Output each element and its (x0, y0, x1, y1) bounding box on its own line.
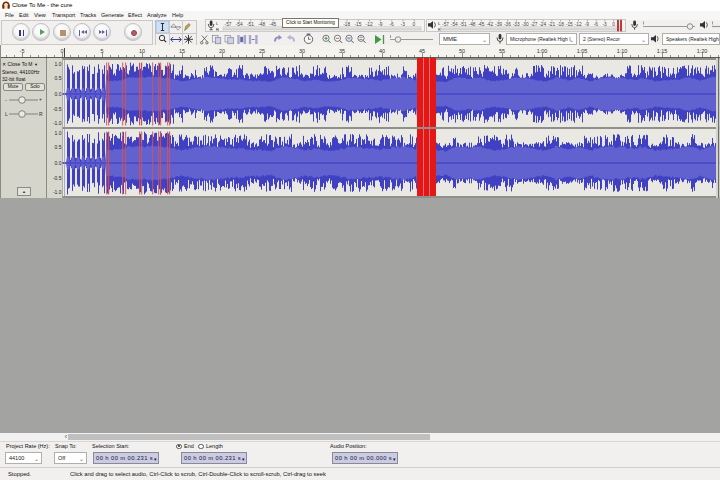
svg-text:-15: -15 (354, 22, 361, 27)
svg-text:R: R (216, 27, 219, 32)
svg-text:-51: -51 (247, 22, 254, 27)
svg-text:10: 10 (139, 48, 145, 54)
svg-text:0: 0 (413, 22, 416, 27)
svg-text:0.5: 0.5 (55, 144, 62, 150)
svg-text:-51: -51 (460, 22, 467, 27)
svg-text:-1.0: -1.0 (53, 120, 62, 126)
svg-text:45: 45 (419, 48, 425, 54)
svg-text:-42: -42 (486, 22, 493, 27)
svg-text:-12: -12 (575, 22, 582, 27)
svg-text:-54: -54 (451, 22, 458, 27)
svg-text:-33: -33 (513, 22, 520, 27)
svg-text:-24: -24 (539, 22, 546, 27)
svg-text:-45: -45 (269, 22, 276, 27)
svg-text:-48: -48 (258, 22, 265, 27)
svg-text:30: 30 (299, 48, 305, 54)
svg-text:-9: -9 (378, 22, 383, 27)
svg-text:-39: -39 (495, 22, 502, 27)
svg-text:0.5: 0.5 (55, 75, 62, 81)
svg-text:-5: -5 (20, 48, 25, 54)
svg-text:1:05: 1:05 (577, 48, 588, 54)
svg-text:0.0: 0.0 (55, 91, 62, 97)
svg-text:-45: -45 (477, 22, 484, 27)
svg-text:+: + (39, 96, 42, 102)
svg-text:1:20: 1:20 (697, 48, 708, 54)
svg-text:-6: -6 (594, 22, 599, 27)
svg-text:L: L (5, 111, 8, 117)
svg-text:-0.5: -0.5 (53, 106, 62, 112)
svg-text:0.0: 0.0 (55, 160, 62, 166)
svg-text:-3: -3 (602, 22, 607, 27)
svg-text:-15: -15 (566, 22, 573, 27)
svg-text:L: L (438, 21, 441, 26)
svg-text:-6: -6 (389, 22, 394, 27)
svg-text:20: 20 (219, 48, 225, 54)
svg-text:-57: -57 (225, 22, 232, 27)
svg-text:15: 15 (179, 48, 185, 54)
svg-text:-: - (5, 97, 7, 103)
svg-text:-3: -3 (401, 22, 406, 27)
svg-text:0: 0 (612, 22, 615, 27)
svg-text:-48: -48 (469, 22, 476, 27)
svg-text:-18: -18 (557, 22, 564, 27)
svg-text:-54: -54 (236, 22, 243, 27)
svg-text:1:15: 1:15 (657, 48, 668, 54)
svg-text:1:00: 1:00 (537, 48, 548, 54)
svg-text:0: 0 (60, 48, 63, 54)
svg-text:-36: -36 (504, 22, 511, 27)
svg-text:50: 50 (459, 48, 465, 54)
svg-text:1.0: 1.0 (55, 61, 62, 67)
svg-text:-57: -57 (442, 22, 449, 27)
svg-text:-18: -18 (343, 22, 350, 27)
svg-text:5: 5 (100, 48, 103, 54)
svg-text:-12: -12 (366, 22, 373, 27)
svg-text:L: L (216, 21, 219, 26)
svg-text:55: 55 (499, 48, 505, 54)
svg-text:40: 40 (379, 48, 385, 54)
svg-text:35: 35 (339, 48, 345, 54)
svg-text:-1.0: -1.0 (53, 189, 62, 195)
svg-text:-27: -27 (530, 22, 537, 27)
svg-text:-0.5: -0.5 (53, 175, 62, 181)
svg-text:-30: -30 (522, 22, 529, 27)
svg-text:-21: -21 (548, 22, 555, 27)
svg-text:-9: -9 (585, 22, 590, 27)
svg-text:1.0: 1.0 (55, 130, 62, 136)
svg-text:25: 25 (259, 48, 265, 54)
svg-text:R: R (39, 111, 43, 117)
svg-text:1:10: 1:10 (617, 48, 628, 54)
